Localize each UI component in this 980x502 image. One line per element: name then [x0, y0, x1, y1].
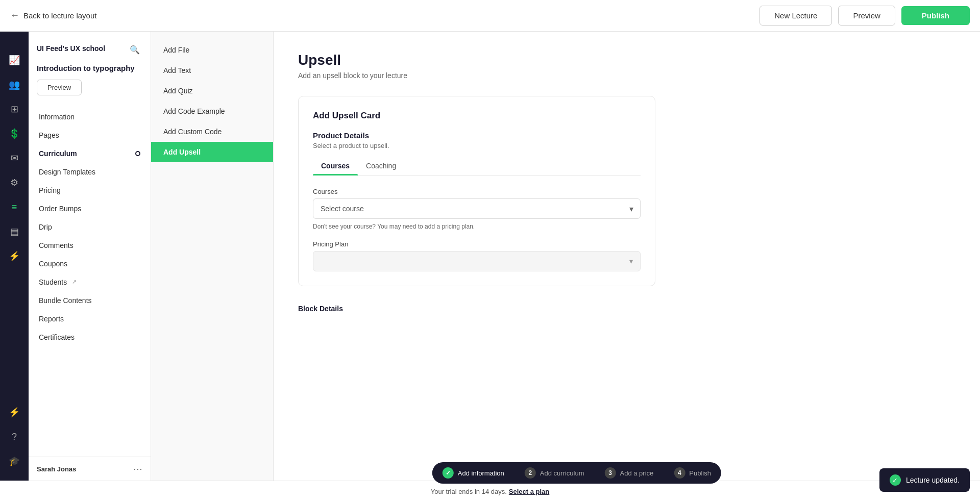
toast-message: Lecture updated. — [906, 476, 960, 484]
sidebar-item-pricing[interactable]: Pricing — [29, 181, 151, 199]
sidebar-item-bundle-contents[interactable]: Bundle Contents — [29, 291, 151, 310]
back-label: Back to lecture layout — [23, 11, 96, 20]
sidebar-settings-icon[interactable]: ⚙ — [3, 171, 26, 194]
content-item-add-quiz[interactable]: Add Quiz — [151, 81, 273, 101]
preview-sidebar-button[interactable]: Preview — [37, 80, 82, 95]
sidebar-item-information[interactable]: Information — [29, 108, 151, 126]
sidebar-item-order-bumps[interactable]: Order Bumps — [29, 199, 151, 218]
pricing-plan-chevron-icon: ▾ — [629, 257, 633, 265]
information-label: Information — [39, 113, 75, 121]
design-templates-label: Design Templates — [39, 168, 95, 176]
course-select[interactable]: Select course — [313, 198, 641, 219]
bundle-contents-label: Bundle Contents — [39, 296, 92, 305]
product-details-subtitle: Select a product to upsell. — [313, 142, 641, 149]
step-3-label: Add a price — [620, 469, 654, 477]
tab-coaching[interactable]: Coaching — [358, 158, 404, 175]
more-options-button[interactable]: ⋯ — [133, 463, 142, 474]
sidebar-item-certificates[interactable]: Certificates — [29, 328, 151, 346]
sidebar-library-icon[interactable]: ≡ — [3, 196, 26, 218]
card-title: Add Upsell Card — [313, 111, 641, 121]
bottom-bar: Your trial ends in 14 days. Select a pla… — [0, 481, 980, 502]
progress-step-information[interactable]: ✓ Add information — [432, 462, 514, 484]
sidebar-item-reports[interactable]: Reports — [29, 310, 151, 328]
sidebar-analytics-icon[interactable]: 📈 — [3, 49, 26, 71]
block-details-title: Block Details — [298, 296, 955, 313]
progress-step-publish[interactable]: 4 Publish — [664, 462, 721, 484]
search-button[interactable]: 🔍 — [127, 42, 142, 57]
pricing-label: Pricing — [39, 186, 61, 194]
step-1-label: Add information — [458, 469, 504, 477]
drip-label: Drip — [39, 223, 52, 231]
content-item-add-upsell[interactable]: Add Upsell — [151, 142, 273, 162]
step-2-num: 2 — [525, 467, 536, 479]
certificates-label: Certificates — [39, 333, 75, 341]
topbar: ← Back to lecture layout New Lecture Pre… — [0, 0, 980, 32]
reports-label: Reports — [39, 315, 64, 323]
step-3-num: 3 — [605, 467, 616, 479]
product-tabs: Courses Coaching — [313, 158, 641, 175]
order-bumps-label: Order Bumps — [39, 205, 81, 213]
sidebar-users-icon[interactable]: 👥 — [3, 73, 26, 96]
pages-label: Pages — [39, 131, 59, 139]
user-name: Sarah Jonas — [37, 465, 76, 473]
step-4-label: Publish — [689, 469, 711, 477]
content-item-add-code-example[interactable]: Add Code Example — [151, 101, 273, 121]
back-to-lecture-link[interactable]: ← Back to lecture layout — [10, 10, 760, 21]
sidebar-lightning-icon[interactable]: ⚡ — [3, 401, 26, 423]
preview-button[interactable]: Preview — [838, 6, 895, 26]
tab-courses[interactable]: Courses — [313, 158, 358, 175]
sidebar-integrations-icon[interactable]: ⚡ — [3, 245, 26, 267]
content-item-add-file[interactable]: Add File — [151, 40, 273, 60]
progress-step-curriculum[interactable]: 2 Add curriculum — [514, 462, 595, 484]
sidebar-mail-icon[interactable]: ✉ — [3, 147, 26, 169]
sidebar-item-drip[interactable]: Drip — [29, 218, 151, 236]
nav-sidebar-header: UI Feed's UX school 🔍 Introduction to ty… — [29, 32, 151, 104]
external-link-icon: ↗ — [72, 279, 77, 285]
page-subtitle: Add an upsell block to your lecture — [298, 71, 955, 80]
sidebar-dashboard-icon[interactable]: ⊞ — [3, 98, 26, 120]
sidebar-item-coupons[interactable]: Coupons — [29, 255, 151, 273]
sidebar-item-curriculum[interactable]: Curriculum — [29, 144, 151, 163]
back-arrow-icon: ← — [10, 10, 19, 21]
select-plan-link[interactable]: Select a plan — [509, 488, 549, 495]
upsell-card: Add Upsell Card Product Details Select a… — [298, 96, 655, 286]
trial-text: Your trial ends in 14 days. — [431, 488, 507, 495]
courses-label: Courses — [313, 188, 641, 195]
icon-sidebar: 📈 👥 ⊞ 💲 ✉ ⚙ ≡ ▤ ⚡ ⚡ ? 🎓 — [0, 32, 29, 481]
coupons-label: Coupons — [39, 260, 67, 268]
comments-label: Comments — [39, 241, 74, 249]
progress-step-price[interactable]: 3 Add a price — [595, 462, 664, 484]
publish-top-button[interactable]: Publish — [901, 6, 970, 25]
sidebar-revenue-icon[interactable]: 💲 — [3, 122, 26, 145]
sidebar-item-comments[interactable]: Comments — [29, 236, 151, 255]
course-select-wrapper: Select course ▾ — [313, 198, 641, 219]
content-sidebar: Add File Add Text Add Quiz Add Code Exam… — [151, 32, 274, 481]
nav-sidebar-list: Information Pages Curriculum Design Temp… — [29, 104, 151, 350]
curriculum-label: Curriculum — [39, 149, 77, 158]
product-details-title: Product Details — [313, 131, 641, 140]
sidebar-calendar-icon[interactable]: ▤ — [3, 220, 26, 243]
toast-notification: ✓ Lecture updated. — [879, 468, 970, 492]
pricing-plan-select[interactable]: ▾ — [313, 251, 641, 271]
sidebar-help-icon[interactable]: ? — [3, 425, 26, 448]
students-label: Students — [39, 278, 67, 286]
course-helper-text: Don't see your course? You may need to a… — [313, 223, 641, 230]
nav-sidebar-title: Introduction to typography — [37, 63, 142, 73]
content-item-add-text[interactable]: Add Text — [151, 60, 273, 81]
new-lecture-button[interactable]: New Lecture — [760, 6, 832, 26]
sidebar-item-pages[interactable]: Pages — [29, 126, 151, 144]
step-1-icon: ✓ — [443, 467, 454, 479]
topbar-actions: New Lecture Preview Publish — [760, 6, 970, 26]
sidebar-item-design-templates[interactable]: Design Templates — [29, 163, 151, 181]
nav-sidebar-bottom: Sarah Jonas ⋯ — [29, 457, 151, 481]
sidebar-graduation-icon[interactable]: 🎓 — [3, 450, 26, 472]
curriculum-dot — [135, 151, 140, 156]
sidebar-item-students[interactable]: Students ↗ — [29, 273, 151, 291]
step-1-check: ✓ — [446, 469, 451, 476]
page-title: Upsell — [298, 52, 955, 68]
content-item-add-custom-code[interactable]: Add Custom Code — [151, 121, 273, 142]
main-content: Upsell Add an upsell block to your lectu… — [274, 32, 980, 481]
step-4-num: 4 — [674, 467, 685, 479]
pricing-plan-label: Pricing Plan — [313, 240, 641, 248]
progress-bar: ✓ Add information 2 Add curriculum 3 Add… — [432, 462, 721, 484]
